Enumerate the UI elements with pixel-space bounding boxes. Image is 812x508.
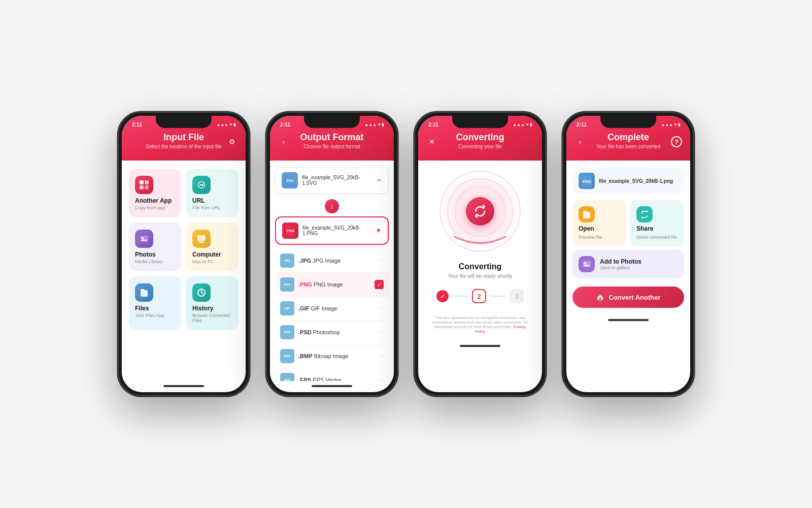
converting-icon [466,197,494,226]
battery-icon-4: ▮ [678,122,680,127]
header-subtitle-2: Choose file output format [280,144,384,149]
output-file-row: PNG file_example_SVG_20kB-1.PNG ▼ [275,216,389,245]
complete-file-icon: PNG [579,173,595,189]
png-label: .PNG PNG Image [298,281,370,288]
privacy-link-3[interactable]: Privacy Policy [475,325,526,334]
input-file-row: SVG file_example_SVG_20kB-1.SVG ✏ [275,167,389,194]
photos-label: Photos [135,251,156,258]
convert-another-button[interactable]: 🏠 Convert Another [572,287,684,308]
battery-icon-3: ▮ [530,122,532,127]
converting-sub: Your file will be ready shortly [448,273,512,279]
convert-another-label: Convert Another [608,294,660,301]
grid-item-url[interactable]: URL File from URL [186,169,239,217]
status-icons-4: ▲▲▲ ▾ ▮ [661,122,680,127]
bmp-label: .BMP Bitmap Image [298,353,375,359]
url-sublabel: File from URL [192,205,221,210]
header-title-4: Complete [577,132,680,143]
another-app-sublabel: Copy from app [135,205,165,210]
phone-4-body: PNG file_example_SVG_20kB-1.png [566,161,690,315]
gif-star-icon: ☆ [379,306,384,311]
svg-rect-7 [199,241,204,242]
svg-text:SVG: SVG [286,179,294,182]
step-line-2 [490,296,505,297]
grid-item-photos[interactable]: Photos Media Library [129,223,181,271]
notch-1 [156,116,212,128]
notch-3 [452,116,508,128]
format-png[interactable]: PNG .PNG PNG Image ✓ [275,273,389,297]
gif-label: .GIF GIF Image [298,305,375,311]
svg-rect-4 [140,236,148,242]
share-sublabel: Share converted file [636,235,678,240]
bmp-icon: BMP [280,349,294,363]
format-bmp[interactable]: BMP .BMP Bitmap Image ☆ [275,344,389,368]
wifi-icon-2: ▾ [378,122,380,127]
svg-text:PNG: PNG [287,229,295,233]
spinner-container [439,171,521,252]
another-app-label: Another App [135,197,172,204]
home-indicator-4 [608,319,649,321]
jpg-label: .JPG JPG Image [298,258,375,264]
home-indicator-2 [312,385,352,387]
svg-point-5 [142,237,144,239]
header-subtitle-3: Converting your file [428,144,532,149]
grid-item-files[interactable]: Files Your Files App [129,276,181,330]
add-to-photos-button[interactable]: Add to Photos Save to gallery [572,250,684,278]
step-line-1 [453,296,468,297]
phone-1-input-file: 2:11 ▲▲▲ ▾ ▮ ⚙ Input File Select the loc… [118,112,250,396]
format-eps[interactable]: EPS .EPS EPS Vector ☆ [275,368,389,381]
phone-3-converting: 2:11 ▲▲▲ ▾ ▮ ✕ Converting Converting you… [414,112,546,396]
eps-label: .EPS EPS Vector [298,377,375,381]
computer-label: Computer [192,251,221,258]
header-title-2: Output Format [280,132,384,143]
input-grid: Another App Copy from app URL File from … [129,169,239,330]
notch-2 [304,116,360,128]
notch-4 [600,116,656,128]
svg-rect-1 [145,180,149,184]
header-subtitle-4: Your file has been converted [577,144,680,149]
dropdown-arrow-icon[interactable]: ▼ [376,227,382,234]
phone-2-body: SVG file_example_SVG_20kB-1.SVG ✏ ↓ P [270,161,394,381]
status-icons-3: ▲▲▲ ▾ ▮ [513,122,532,127]
wifi-icon-3: ▾ [526,122,528,127]
status-icons-1: ▲▲▲ ▾ ▮ [216,122,235,127]
input-filename: file_example_SVG_20kB-1.SVG [302,175,373,186]
edit-icon[interactable]: ✏ [377,177,382,184]
format-psd[interactable]: PSD .PSD Photoshop ☆ [275,321,389,344]
svg-rect-8 [198,242,205,243]
arrow-down-button[interactable]: ↓ [325,199,339,213]
eps-icon: EPS [280,373,294,381]
format-gif[interactable]: GIF .GIF GIF Image ☆ [275,297,389,321]
format-list: JPG .JPG JPG Image ☆ PNG .PNG PNG Image … [275,249,389,381]
svg-rect-17 [583,261,591,267]
header-title-3: Converting [428,132,532,143]
photos-sublabel: Media Library [135,259,163,264]
svg-point-18 [584,262,586,264]
grid-item-another-app[interactable]: Another App Copy from app [129,169,181,217]
svg-rect-2 [140,185,144,189]
home-icon: 🏠 [596,293,604,301]
phone-4-complete: 2:11 ▲▲▲ ▾ ▮ ‹ ? Complete Your file has … [562,112,694,396]
files-sublabel: Your Files App [135,313,164,318]
add-to-photos-label: Add to Photos [600,258,641,265]
history-label: History [192,305,213,312]
signal-icon-3: ▲▲▲ [513,122,525,127]
status-icons-2: ▲▲▲ ▾ ▮ [364,122,384,127]
signal-icon-2: ▲▲▲ [364,122,377,127]
files-label: Files [135,305,149,312]
svg-rect-3 [145,185,149,189]
format-jpg[interactable]: JPG .JPG JPG Image ☆ [275,249,389,273]
complete-filename: file_example_SVG_20kB-1.png [599,178,673,184]
svg-file-icon: SVG [282,172,298,188]
grid-item-history[interactable]: History Browse Converted Files [186,276,239,330]
grid-item-computer[interactable]: Computer Mac or PC [186,223,239,271]
png-file-icon: PNG [282,223,298,239]
step-3-num: 3 [510,289,524,303]
share-button[interactable]: Share Share converted file [630,200,684,246]
status-time-1: 2:11 [132,122,142,128]
open-button[interactable]: Open Preview file [572,200,626,246]
battery-icon-2: ▮ [382,122,384,127]
signal-icon: ▲▲▲ [216,122,228,127]
status-time-4: 2:11 [577,122,587,128]
psd-icon: PSD [280,325,294,339]
svg-rect-6 [197,235,206,241]
